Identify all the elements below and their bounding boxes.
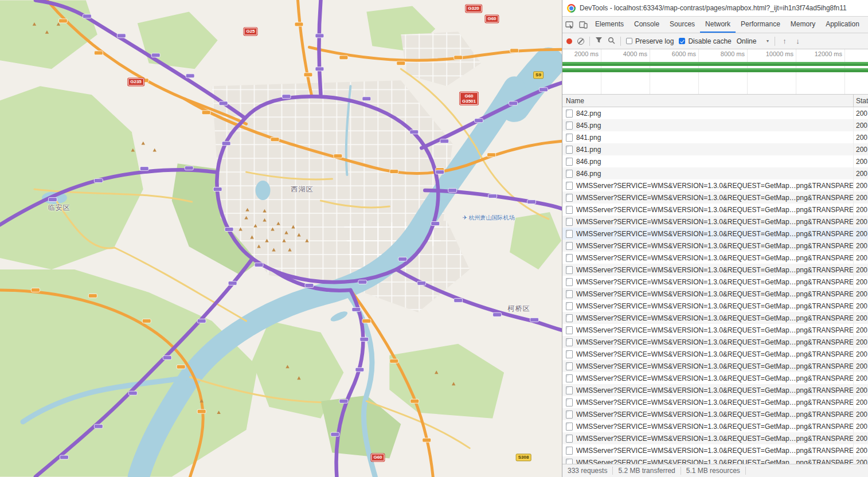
request-name: 846.png xyxy=(576,158,853,166)
export-har-icon[interactable]: ↓ xyxy=(793,37,801,45)
network-request-row[interactable]: WMSServer?SERVICE=WMS&VERSION=1.3.0&REQU… xyxy=(562,300,868,312)
request-name: WMSServer?SERVICE=WMS&VERSION=1.3.0&REQU… xyxy=(576,386,853,394)
request-status: 200 xyxy=(853,107,868,119)
network-request-row[interactable]: WMSServer?SERVICE=WMS&VERSION=1.3.0&REQU… xyxy=(562,252,868,264)
tab-performance[interactable]: Performance xyxy=(736,17,785,33)
request-status: 200 xyxy=(853,432,868,444)
checkbox-checked-icon xyxy=(679,38,685,44)
filter-icon[interactable] xyxy=(595,37,603,45)
network-request-row[interactable]: 842.png200 xyxy=(562,107,868,119)
import-har-icon[interactable]: ↑ xyxy=(780,37,788,45)
request-status: 200 xyxy=(853,396,868,408)
network-request-row[interactable]: 846.png200 xyxy=(562,167,868,179)
request-status: 200 xyxy=(853,300,868,312)
request-name: 846.png xyxy=(576,170,853,178)
network-request-row[interactable]: WMSServer?SERVICE=WMS&VERSION=1.3.0&REQU… xyxy=(562,408,868,420)
statusbar-item: 333 requests xyxy=(562,467,613,475)
network-request-row[interactable]: WMSServer?SERVICE=WMS&VERSION=1.3.0&REQU… xyxy=(562,179,868,191)
resource-icon xyxy=(566,362,573,370)
request-status: 200 xyxy=(853,119,868,131)
search-icon[interactable] xyxy=(608,37,615,46)
network-request-row[interactable]: 846.png200 xyxy=(562,155,868,167)
resource-icon xyxy=(566,326,573,334)
resource-icon xyxy=(566,134,573,142)
throttling-select[interactable]: Online ▼ xyxy=(737,37,770,45)
map-render xyxy=(0,0,562,477)
network-request-row[interactable]: WMSServer?SERVICE=WMS&VERSION=1.3.0&REQU… xyxy=(562,216,868,228)
network-request-row[interactable]: WMSServer?SERVICE=WMS&VERSION=1.3.0&REQU… xyxy=(562,384,868,396)
request-status: 200 xyxy=(853,372,868,384)
request-status: 200 xyxy=(853,444,868,456)
tab-console[interactable]: Console xyxy=(629,17,664,33)
request-status: 200 xyxy=(853,348,868,360)
throttling-value: Online xyxy=(737,37,757,45)
network-request-row[interactable]: WMSServer?SERVICE=WMS&VERSION=1.3.0&REQU… xyxy=(562,456,868,464)
status-column-header[interactable]: Status xyxy=(853,95,868,107)
resource-icon xyxy=(566,230,573,238)
checkbox-unchecked-icon xyxy=(626,38,632,44)
resource-icon xyxy=(566,338,573,346)
request-name: WMSServer?SERVICE=WMS&VERSION=1.3.0&REQU… xyxy=(576,435,853,443)
network-request-row[interactable]: WMSServer?SERVICE=WMS&VERSION=1.3.0&REQU… xyxy=(562,324,868,336)
devtools-title: DevTools - localhost:63343/map-contrast/… xyxy=(580,4,847,12)
resource-icon xyxy=(566,122,573,130)
network-request-row[interactable]: 845.png200 xyxy=(562,119,868,131)
toolbar-divider xyxy=(775,37,775,46)
network-request-row[interactable]: WMSServer?SERVICE=WMS&VERSION=1.3.0&REQU… xyxy=(562,204,868,216)
request-status: 200 xyxy=(853,155,868,167)
network-request-row[interactable]: WMSServer?SERVICE=WMS&VERSION=1.3.0&REQU… xyxy=(562,348,868,360)
request-name: WMSServer?SERVICE=WMS&VERSION=1.3.0&REQU… xyxy=(576,278,853,286)
devtools-titlebar: DevTools - localhost:63343/map-contrast/… xyxy=(562,0,868,17)
resource-icon xyxy=(566,242,573,250)
resource-icon xyxy=(566,423,573,431)
tab-elements[interactable]: Elements xyxy=(590,17,629,33)
network-request-row[interactable]: WMSServer?SERVICE=WMS&VERSION=1.3.0&REQU… xyxy=(562,360,868,372)
request-status: 200 xyxy=(853,408,868,420)
network-request-row[interactable]: 841.png200 xyxy=(562,143,868,155)
tab-memory[interactable]: Memory xyxy=(785,17,820,33)
resource-icon xyxy=(566,374,573,382)
resource-icon xyxy=(566,386,573,394)
network-request-row[interactable]: WMSServer?SERVICE=WMS&VERSION=1.3.0&REQU… xyxy=(562,432,868,444)
statusbar-item: 5.2 MB transferred xyxy=(613,467,681,475)
request-name: WMSServer?SERVICE=WMS&VERSION=1.3.0&REQU… xyxy=(576,194,853,202)
network-request-row[interactable]: WMSServer?SERVICE=WMS&VERSION=1.3.0&REQU… xyxy=(562,372,868,384)
disable-cache-checkbox[interactable]: Disable cache xyxy=(679,37,731,45)
network-request-row[interactable]: WMSServer?SERVICE=WMS&VERSION=1.3.0&REQU… xyxy=(562,312,868,324)
resource-icon xyxy=(566,158,573,166)
network-overview[interactable]: 2000 ms4000 ms6000 ms8000 ms10000 ms1200… xyxy=(562,49,868,95)
network-request-row[interactable]: WMSServer?SERVICE=WMS&VERSION=1.3.0&REQU… xyxy=(562,288,868,300)
network-request-row[interactable]: WMSServer?SERVICE=WMS&VERSION=1.3.0&REQU… xyxy=(562,336,868,348)
network-request-row[interactable]: WMSServer?SERVICE=WMS&VERSION=1.3.0&REQU… xyxy=(562,396,868,408)
request-name: WMSServer?SERVICE=WMS&VERSION=1.3.0&REQU… xyxy=(576,350,853,358)
network-request-row[interactable]: WMSServer?SERVICE=WMS&VERSION=1.3.0&REQU… xyxy=(562,264,868,276)
network-request-row[interactable]: WMSServer?SERVICE=WMS&VERSION=1.3.0&REQU… xyxy=(562,420,868,432)
inspect-icon[interactable] xyxy=(562,17,576,33)
resource-icon xyxy=(566,146,573,154)
request-status: 200 xyxy=(853,276,868,288)
network-rows: 842.png200845.png200841.png200841.png200… xyxy=(562,107,868,464)
network-request-row[interactable]: WMSServer?SERVICE=WMS&VERSION=1.3.0&REQU… xyxy=(562,276,868,288)
device-toolbar-icon[interactable] xyxy=(576,17,590,33)
network-request-row[interactable]: WMSServer?SERVICE=WMS&VERSION=1.3.0&REQU… xyxy=(562,191,868,204)
clear-icon[interactable] xyxy=(577,38,584,45)
network-request-row[interactable]: WMSServer?SERVICE=WMS&VERSION=1.3.0&REQU… xyxy=(562,228,868,240)
network-request-row[interactable]: WMSServer?SERVICE=WMS&VERSION=1.3.0&REQU… xyxy=(562,444,868,456)
preserve-log-checkbox[interactable]: Preserve log xyxy=(626,37,674,45)
tab-application[interactable]: Application xyxy=(820,17,865,33)
request-name: WMSServer?SERVICE=WMS&VERSION=1.3.0&REQU… xyxy=(576,459,853,464)
tab-sources[interactable]: Sources xyxy=(664,17,700,33)
request-name: WMSServer?SERVICE=WMS&VERSION=1.3.0&REQU… xyxy=(576,338,853,346)
network-request-row[interactable]: WMSServer?SERVICE=WMS&VERSION=1.3.0&REQU… xyxy=(562,240,868,252)
resource-icon xyxy=(566,459,573,464)
request-name: WMSServer?SERVICE=WMS&VERSION=1.3.0&REQU… xyxy=(576,230,853,238)
name-column-header[interactable]: Name xyxy=(562,97,853,105)
table-header: Name Status xyxy=(562,95,868,107)
preserve-log-label: Preserve log xyxy=(635,37,674,45)
map-canvas[interactable]: 西湖区临安区柯桥区✈ 杭州萧山国际机场G320G60G25G235S9G60 G… xyxy=(0,0,562,477)
request-name: WMSServer?SERVICE=WMS&VERSION=1.3.0&REQU… xyxy=(576,398,853,406)
network-request-row[interactable]: 841.png200 xyxy=(562,131,868,143)
record-icon[interactable] xyxy=(566,38,572,44)
resource-icon xyxy=(566,182,573,190)
tab-network[interactable]: Network xyxy=(700,17,736,33)
